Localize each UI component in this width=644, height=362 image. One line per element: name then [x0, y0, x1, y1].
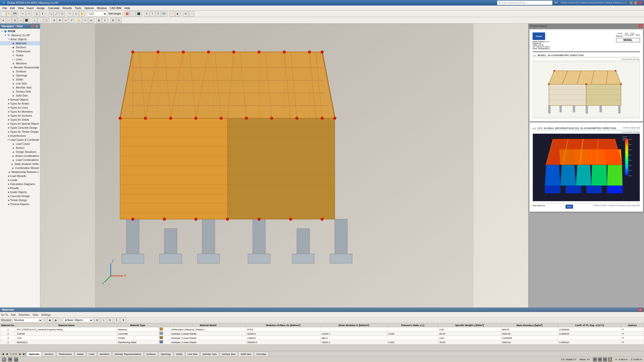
nav-item-calc-diagrams[interactable]: ▶ Calculation Diagrams — [0, 182, 40, 186]
view-z-button[interactable]: Z — [155, 11, 161, 17]
nav-item-solids[interactable]: ◆ Solids — [0, 77, 40, 81]
surface-tool[interactable]: ▭ — [18, 18, 23, 23]
bottom-tb-settings[interactable]: Settings — [41, 313, 51, 316]
menu-calculate[interactable]: Calculate — [47, 6, 61, 10]
filter-sigma-button[interactable]: Σ — [114, 318, 119, 323]
status-lock-icon[interactable]: 🔒 — [608, 357, 612, 361]
nav-item-sections[interactable]: ◆ Sections — [0, 45, 40, 49]
nav-item-types-solids[interactable]: ▶ Types for Solids — [0, 118, 40, 122]
menu-view[interactable]: View — [16, 6, 25, 10]
nav-item-types-members[interactable]: ▶ Types for Members — [0, 110, 40, 114]
menu-window[interactable]: Window — [95, 6, 108, 10]
nav-close-button[interactable]: × — [35, 24, 38, 28]
pdf-close-button[interactable]: × — [639, 24, 642, 28]
nav-item-timber-design[interactable]: ▶ Timber Design — [0, 198, 40, 202]
status-icon-2[interactable]: 👁 — [8, 357, 12, 361]
rotate-button[interactable]: ↻ — [73, 11, 79, 17]
nav-item-loads[interactable]: ▶ Loads — [0, 178, 40, 182]
tab-member-reps[interactable]: Member Representatives — [112, 352, 143, 356]
zoom-out-button[interactable]: 🔎 — [54, 11, 59, 17]
status-grid-icon[interactable]: ⊞ — [598, 357, 602, 361]
status-coord-icon[interactable]: ⊕ — [593, 357, 597, 361]
tab-solids[interactable]: Solids — [174, 352, 185, 356]
nav-item-action-combos[interactable]: ◆ Action Combinations — [0, 154, 40, 158]
tab-line-sets[interactable]: Line Sets — [185, 352, 200, 356]
nav-pin-button[interactable]: 📌 — [31, 24, 34, 28]
status-icon-3[interactable]: 📷 — [14, 357, 18, 361]
tab-nav-next[interactable]: ▶ — [19, 353, 22, 355]
print-button[interactable]: 🖨 — [34, 11, 39, 17]
menu-assign[interactable]: Assign — [35, 6, 47, 10]
open-button[interactable]: 📂 — [6, 11, 12, 17]
nav-item-static-analysis[interactable]: ◆ Static Analysis Settings — [0, 162, 40, 166]
nav-item-types-concrete[interactable]: ▶ Types Concrete Design — [0, 126, 40, 130]
minimize-button[interactable]: − — [629, 1, 633, 5]
view-3d-button[interactable]: 3D — [161, 11, 167, 17]
table-row[interactable]: 2 C25/30 Concrete Isotropic | Linear Ela… — [0, 332, 644, 336]
nav-item-member-sets[interactable]: ◆ Member Sets — [0, 85, 40, 89]
table-row[interactable]: 1 P/A 17/50/23.8 VZ_General Purpose Mort… — [0, 327, 644, 332]
tab-nodes[interactable]: Nodes — [75, 352, 86, 356]
mat-edit-icon-3[interactable]: ✏ — [622, 337, 624, 339]
nav-item-rel-load-cases[interactable]: ◆ Relationship Between Load Cases — [0, 170, 40, 174]
member-tool[interactable]: ⊟ — [12, 18, 18, 23]
rotate-tool[interactable]: ↺ — [69, 18, 74, 23]
support-tool[interactable]: ⊥ — [32, 18, 37, 23]
bottom-table-container[interactable]: Material No. Material Name Material Type… — [0, 323, 644, 351]
filter-structure-combo[interactable]: Structure — [12, 318, 43, 323]
save-button[interactable]: 💾 — [12, 11, 18, 17]
select-button[interactable]: ↖ — [67, 11, 73, 17]
mat-edit-icon-4[interactable]: ✏ — [622, 341, 624, 344]
maximize-button[interactable]: □ — [634, 1, 637, 5]
bottom-tb-edit[interactable]: Edit — [11, 313, 16, 316]
tab-sections[interactable]: Sections — [42, 352, 56, 356]
mat-opt-2[interactable]: ✏ — [621, 332, 644, 336]
nav-item-types-timber[interactable]: ▶ Types for Timber Design — [0, 130, 40, 134]
tab-surface-sets[interactable]: Surface Sets — [220, 352, 238, 356]
load-case-combo[interactable]: LC1 — [87, 11, 107, 16]
solid-tool[interactable]: ⬛ — [24, 18, 29, 23]
filter-list-button[interactable]: ≡ — [101, 318, 106, 323]
mat-opt-4[interactable]: ✏ — [621, 340, 644, 344]
settings-button[interactable]: ⚙ — [183, 11, 189, 17]
divide-tool[interactable]: ⊕ — [88, 18, 94, 23]
wireframe-button[interactable]: ⬜ — [130, 11, 136, 17]
calc-all-button[interactable]: ▶ — [175, 11, 181, 17]
nav-item-actions[interactable]: ◆ Actions — [0, 146, 40, 150]
tab-nav-prev[interactable]: ◀ — [5, 353, 9, 355]
new-button[interactable]: 📄 — [1, 11, 6, 17]
nav-item-members[interactable]: ◆ Members — [0, 61, 40, 65]
mat-edit-icon-1[interactable]: ✏ — [622, 328, 624, 331]
nav-item-solid-sets[interactable]: ◆ Solid Sets — [0, 94, 40, 98]
tab-openings[interactable]: Openings — [158, 352, 173, 356]
nav-item-guide-objects[interactable]: ▶ Guide Objects — [0, 190, 40, 194]
nav-item-surface-sets[interactable]: ◆ Surface Sets — [0, 89, 40, 94]
menu-tools[interactable]: Tools — [73, 6, 83, 10]
grid-btn[interactable]: ⊡ — [116, 18, 122, 23]
tab-members[interactable]: Members — [97, 352, 112, 356]
nav-item-results[interactable]: ▶ Results — [0, 186, 40, 190]
undo-button[interactable]: ↩ — [20, 11, 26, 17]
pan-button[interactable]: ✋ — [79, 11, 85, 17]
menu-results[interactable]: Results — [61, 6, 73, 10]
menu-help[interactable]: Help — [123, 6, 132, 10]
nav-item-concrete-design[interactable]: ▶ Concrete Design — [0, 194, 40, 198]
line-tool[interactable]: — — [6, 18, 12, 23]
nav-item-types-special[interactable]: ▶ Types for Special Objects — [0, 122, 40, 126]
menu-insert[interactable]: Insert — [25, 6, 35, 10]
menu-edit[interactable]: Edit — [9, 6, 16, 10]
nav-item-special-objects[interactable]: ▶ Special Objects — [0, 98, 40, 102]
nav-item-model[interactable]: ▼ M Masonry (1).rf6* — [0, 33, 40, 37]
filter-calc-button[interactable]: fx — [107, 318, 113, 323]
nav-item-types-lines[interactable]: ▶ Types for Lines — [0, 106, 40, 110]
status-snap-icon[interactable]: ◎ — [603, 357, 607, 361]
nav-item-line-sets[interactable]: ◆ Line Sets — [0, 81, 40, 85]
filter-export-button[interactable]: ⬆ — [120, 318, 126, 323]
filter-basic-objects-combo[interactable]: ⊞ Basic Objects — [63, 318, 93, 323]
view-x-button[interactable]: X — [144, 11, 149, 17]
tab-materials[interactable]: Materials — [27, 352, 42, 356]
redo-button[interactable]: ↪ — [26, 11, 31, 17]
nav-item-rfem[interactable]: ▼ 🔷 RFEM — [0, 29, 40, 33]
tab-thicknesses[interactable]: Thicknesses — [56, 352, 74, 356]
tab-nav-first[interactable]: |◀ — [1, 353, 5, 355]
